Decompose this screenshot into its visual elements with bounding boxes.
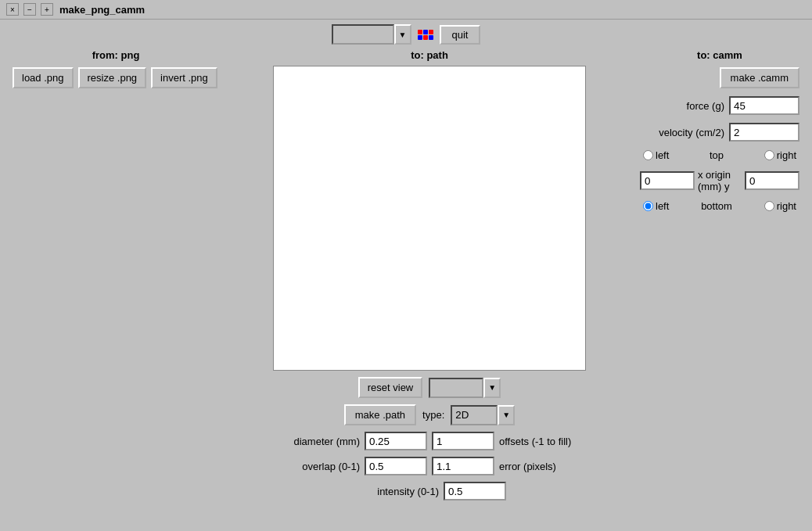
right-panel: to: camm make .camm force (g) velocity (… [634,49,806,501]
overlap-input-1[interactable] [365,457,427,475]
force-row: force (g) [640,96,799,115]
origin-label: x origin (mm) y [698,169,742,192]
make-camm-button[interactable]: make .camm [720,67,799,88]
grid-dot-2 [423,30,428,34]
bottom-right-label: right [777,200,796,212]
grid-dot-3 [429,30,433,34]
y-origin-input[interactable] [745,171,799,190]
diameter-input-2[interactable] [432,432,494,450]
app-title: make_png_camm [59,4,145,16]
velocity-label: velocity (cm/2) [659,127,724,138]
bottom-right-radio[interactable] [764,201,774,211]
diameter-suffix: offsets (-1 to fill) [499,436,585,447]
minimize-button[interactable]: − [23,3,36,16]
left-panel: from: png load .png resize .png invert .… [6,49,225,501]
quit-button[interactable]: quit [440,25,481,45]
blank-dropdown-arrow[interactable]: ▼ [483,378,501,398]
type-label: type: [422,409,444,421]
bottom-controls: reset view ▼ make .path type: ▼ diameter… [225,377,634,501]
overlap-label: overlap (0-1) [274,461,360,472]
type-input[interactable] [451,405,498,425]
overlap-row: overlap (0-1) error (pixels) [274,457,585,475]
overlap-input-2[interactable] [432,457,494,475]
bottom-left-label: left [656,200,669,212]
canvas-area [273,66,586,371]
middle-panel-header: to: path [411,49,448,61]
intensity-input[interactable] [444,482,506,501]
bottom-left-radio[interactable] [643,201,653,211]
velocity-input[interactable] [729,123,799,142]
bottom-radio-group: left bottom right [640,200,799,212]
right-panel-header: to: camm [640,49,799,61]
force-input[interactable] [729,96,799,115]
velocity-row: velocity (cm/2) [640,123,799,142]
toolbar-dropdown[interactable]: ▼ [332,24,411,45]
top-right-radio-item[interactable]: right [764,149,796,161]
close-button[interactable]: × [6,3,19,16]
bottom-right-radio-item[interactable]: right [764,200,796,212]
top-left-radio-item[interactable]: left [643,149,669,161]
make-path-button[interactable]: make .path [344,404,416,425]
load-png-button[interactable]: load .png [13,67,74,88]
right-form: force (g) velocity (cm/2) left top right [640,96,799,212]
toolbar-dropdown-arrow[interactable]: ▼ [394,24,411,45]
bottom-label: bottom [701,200,732,212]
top-right-label: right [777,149,796,161]
grid-dot-1 [418,30,422,34]
grid-dot-5 [423,35,428,40]
bottom-left-radio-item[interactable]: left [643,200,669,212]
reset-row: reset view ▼ [358,377,501,398]
intensity-label: intensity (0-1) [353,486,439,497]
origin-inputs-row: x origin (mm) y [640,169,799,192]
toolbar-input[interactable] [332,24,394,45]
top-left-label: left [656,149,669,161]
top-radio-group: left top right [640,149,799,161]
window-controls[interactable]: × − + [6,3,53,16]
top-label: top [710,149,724,161]
invert-png-button[interactable]: invert .png [151,67,217,88]
x-origin-input[interactable] [640,171,695,190]
middle-panel: to: path reset view ▼ make .path type: ▼… [225,49,634,501]
diameter-input-1[interactable] [365,432,427,450]
left-panel-header: from: png [13,49,219,61]
grid-dot-6 [429,35,433,40]
main-layout: from: png load .png resize .png invert .… [0,49,812,501]
grid-icon [418,30,433,40]
grid-dot-4 [418,35,422,40]
top-left-radio[interactable] [643,150,653,160]
blank-dropdown[interactable]: ▼ [429,378,501,398]
overlap-suffix: error (pixels) [499,461,585,472]
resize-png-button[interactable]: resize .png [78,67,147,88]
make-path-row: make .path type: ▼ [344,404,516,425]
top-right-radio[interactable] [764,150,774,160]
type-arrow-button[interactable]: ▼ [498,405,515,425]
blank-dropdown-input[interactable] [429,378,483,398]
title-bar: × − + make_png_camm [0,0,812,20]
intensity-row: intensity (0-1) [353,482,506,501]
toolbar: ▼ quit [0,20,812,49]
maximize-button[interactable]: + [41,3,53,16]
reset-view-button[interactable]: reset view [358,377,423,398]
force-label: force (g) [687,100,724,112]
left-panel-buttons: load .png resize .png invert .png [13,67,217,88]
type-dropdown[interactable]: ▼ [451,405,515,425]
diameter-row: diameter (mm) offsets (-1 to fill) [274,432,585,450]
diameter-label: diameter (mm) [274,436,360,447]
